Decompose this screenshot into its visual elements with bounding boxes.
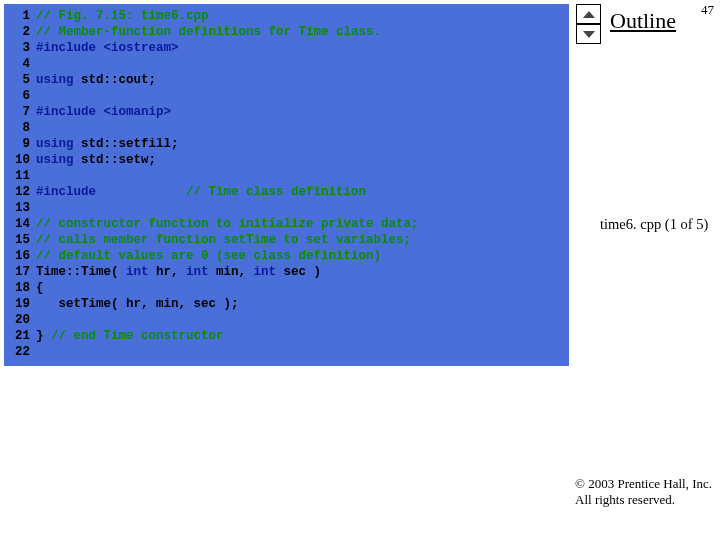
- copyright-line2: All rights reserved.: [575, 492, 675, 507]
- chevron-down-icon: [583, 31, 595, 38]
- code-token: int: [186, 265, 209, 279]
- code-token: // Member-function definitions for Time …: [36, 25, 381, 39]
- file-caption: time6. cpp (1 of 5): [600, 216, 708, 233]
- code-line: 5using std::cout;: [4, 72, 569, 88]
- line-number: 11: [4, 168, 36, 184]
- code-token: int: [126, 265, 149, 279]
- code-token: // Fig. 7.15: time6.cpp: [36, 9, 209, 23]
- chevron-up-icon: [583, 11, 595, 18]
- code-line: 12#include // Time class definition: [4, 184, 569, 200]
- code-token: Time::Time(: [36, 265, 126, 279]
- code-token: // constructor function to initialize pr…: [36, 217, 419, 231]
- line-number: 19: [4, 296, 36, 312]
- code-token: std::cout;: [81, 73, 156, 87]
- code-token: using: [36, 137, 81, 151]
- code-line: 19 setTime( hr, min, sec );: [4, 296, 569, 312]
- code-token: int: [254, 265, 277, 279]
- code-text: [36, 120, 569, 136]
- code-line: 15// calls member function setTime to se…: [4, 232, 569, 248]
- line-number: 3: [4, 40, 36, 56]
- code-token: hr,: [149, 265, 187, 279]
- code-token: // calls member function setTime to set …: [36, 233, 411, 247]
- outline-down-button[interactable]: [576, 24, 601, 44]
- code-token: {: [36, 281, 44, 295]
- code-text: // default values are 0 (see class defin…: [36, 248, 569, 264]
- code-line: 16// default values are 0 (see class def…: [4, 248, 569, 264]
- code-token: min,: [209, 265, 254, 279]
- code-line: 18{: [4, 280, 569, 296]
- copyright: © 2003 Prentice Hall, Inc. All rights re…: [575, 476, 712, 508]
- line-number: 6: [4, 88, 36, 104]
- code-line: 8: [4, 120, 569, 136]
- code-text: } // end Time constructor: [36, 328, 569, 344]
- code-token: <iomanip>: [104, 105, 172, 119]
- line-number: 20: [4, 312, 36, 328]
- code-text: [36, 88, 569, 104]
- code-line: 1// Fig. 7.15: time6.cpp: [4, 8, 569, 24]
- line-number: 16: [4, 248, 36, 264]
- line-number: 17: [4, 264, 36, 280]
- line-number: 14: [4, 216, 36, 232]
- code-line: 2// Member-function definitions for Time…: [4, 24, 569, 40]
- code-token: using: [36, 153, 81, 167]
- line-number: 9: [4, 136, 36, 152]
- code-line: 6: [4, 88, 569, 104]
- code-line: 9using std::setfill;: [4, 136, 569, 152]
- code-token: #include: [36, 105, 104, 119]
- code-token: std::setw;: [81, 153, 156, 167]
- code-text: // Fig. 7.15: time6.cpp: [36, 8, 569, 24]
- line-number: 12: [4, 184, 36, 200]
- code-text: setTime( hr, min, sec );: [36, 296, 569, 312]
- code-token: #include: [36, 185, 96, 199]
- line-number: 10: [4, 152, 36, 168]
- code-text: using std::setw;: [36, 152, 569, 168]
- line-number: 5: [4, 72, 36, 88]
- code-text: [36, 168, 569, 184]
- code-token: // end Time constructor: [51, 329, 224, 343]
- code-token: <iostream>: [104, 41, 179, 55]
- line-number: 18: [4, 280, 36, 296]
- code-line: 11: [4, 168, 569, 184]
- code-text: #include <iostream>: [36, 40, 569, 56]
- outline-arrow-group: [576, 4, 601, 44]
- code-text: [36, 200, 569, 216]
- code-token: setTime( hr, min, sec );: [36, 297, 239, 311]
- code-text: [36, 56, 569, 72]
- line-number: 13: [4, 200, 36, 216]
- code-text: #include <iomanip>: [36, 104, 569, 120]
- code-token: using: [36, 73, 81, 87]
- code-line: 3#include <iostream>: [4, 40, 569, 56]
- code-token: }: [36, 329, 51, 343]
- code-token: // default values are 0 (see class defin…: [36, 249, 381, 263]
- code-line: 17Time::Time( int hr, int min, int sec ): [4, 264, 569, 280]
- code-text: // constructor function to initialize pr…: [36, 216, 569, 232]
- code-line: 14// constructor function to initialize …: [4, 216, 569, 232]
- line-number: 21: [4, 328, 36, 344]
- code-token: sec ): [276, 265, 321, 279]
- code-token: // Time class definition: [186, 185, 366, 199]
- code-line: 4: [4, 56, 569, 72]
- code-token: std::setfill;: [81, 137, 179, 151]
- page-number: 47: [701, 2, 714, 18]
- code-text: [36, 344, 569, 360]
- code-text: using std::cout;: [36, 72, 569, 88]
- line-number: 1: [4, 8, 36, 24]
- code-text: [36, 312, 569, 328]
- code-line: 20: [4, 312, 569, 328]
- code-line: 21} // end Time constructor: [4, 328, 569, 344]
- line-number: 22: [4, 344, 36, 360]
- line-number: 15: [4, 232, 36, 248]
- copyright-line1: © 2003 Prentice Hall, Inc.: [575, 476, 712, 491]
- code-text: {: [36, 280, 569, 296]
- code-text: // calls member function setTime to set …: [36, 232, 569, 248]
- outline-up-button[interactable]: [576, 4, 601, 24]
- code-token: [96, 185, 186, 199]
- code-token: #include: [36, 41, 104, 55]
- code-line: 10using std::setw;: [4, 152, 569, 168]
- code-text: using std::setfill;: [36, 136, 569, 152]
- code-line: 22: [4, 344, 569, 360]
- code-panel: 1// Fig. 7.15: time6.cpp2// Member-funct…: [4, 4, 569, 366]
- line-number: 4: [4, 56, 36, 72]
- code-text: Time::Time( int hr, int min, int sec ): [36, 264, 569, 280]
- code-text: #include // Time class definition: [36, 184, 569, 200]
